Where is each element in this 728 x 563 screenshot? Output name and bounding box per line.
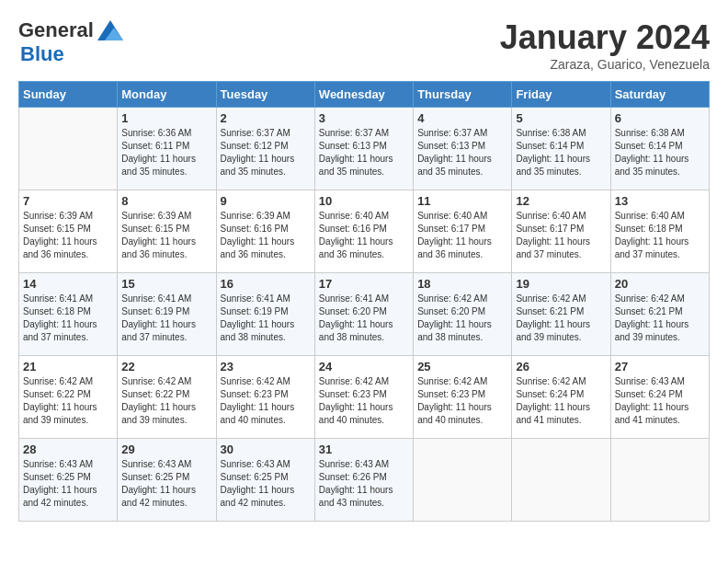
title-area: January 2024 Zaraza, Guarico, Venezuela: [500, 18, 710, 72]
day-number: 19: [516, 277, 606, 291]
day-number: 16: [221, 277, 311, 291]
day-info: Sunrise: 6:39 AMSunset: 6:15 PMDaylight:…: [121, 210, 211, 261]
calendar-cell: 5Sunrise: 6:38 AMSunset: 6:14 PMDaylight…: [512, 108, 610, 190]
day-info: Sunrise: 6:38 AMSunset: 6:14 PMDaylight:…: [516, 127, 606, 178]
calendar-cell: [610, 439, 709, 522]
day-info: Sunrise: 6:42 AMSunset: 6:23 PMDaylight:…: [319, 375, 409, 427]
day-info: Sunrise: 6:42 AMSunset: 6:22 PMDaylight:…: [121, 375, 211, 427]
calendar-cell: [19, 108, 118, 190]
day-info: Sunrise: 6:40 AMSunset: 6:17 PMDaylight:…: [516, 210, 606, 261]
day-info: Sunrise: 6:42 AMSunset: 6:20 PMDaylight:…: [417, 293, 507, 344]
calendar-cell: 18Sunrise: 6:42 AMSunset: 6:20 PMDayligh…: [414, 273, 512, 356]
calendar-cell: 21Sunrise: 6:42 AMSunset: 6:22 PMDayligh…: [19, 356, 118, 439]
weekday-header: Tuesday: [216, 82, 314, 108]
calendar-cell: [512, 439, 610, 522]
day-number: 20: [615, 277, 705, 291]
calendar-week-row: 7Sunrise: 6:39 AMSunset: 6:15 PMDaylight…: [19, 190, 710, 273]
day-number: 28: [23, 442, 113, 456]
day-info: Sunrise: 6:42 AMSunset: 6:22 PMDaylight:…: [23, 375, 113, 427]
month-title: January 2024: [500, 18, 710, 57]
calendar-cell: 30Sunrise: 6:43 AMSunset: 6:25 PMDayligh…: [216, 439, 314, 522]
day-number: 24: [319, 360, 409, 373]
logo: General Blue: [18, 18, 123, 66]
day-info: Sunrise: 6:41 AMSunset: 6:18 PMDaylight:…: [23, 293, 113, 344]
day-number: 11: [417, 194, 507, 208]
calendar-week-row: 14Sunrise: 6:41 AMSunset: 6:18 PMDayligh…: [19, 273, 710, 356]
calendar-cell: 25Sunrise: 6:42 AMSunset: 6:23 PMDayligh…: [414, 356, 512, 439]
calendar-cell: 3Sunrise: 6:37 AMSunset: 6:13 PMDaylight…: [314, 108, 413, 190]
day-number: 7: [23, 194, 113, 208]
calendar-cell: 14Sunrise: 6:41 AMSunset: 6:18 PMDayligh…: [19, 273, 118, 356]
weekday-header-row: SundayMondayTuesdayWednesdayThursdayFrid…: [19, 82, 710, 108]
day-info: Sunrise: 6:43 AMSunset: 6:25 PMDaylight:…: [23, 458, 113, 510]
day-info: Sunrise: 6:43 AMSunset: 6:24 PMDaylight:…: [615, 375, 705, 427]
day-info: Sunrise: 6:42 AMSunset: 6:23 PMDaylight:…: [417, 375, 507, 427]
day-info: Sunrise: 6:40 AMSunset: 6:16 PMDaylight:…: [319, 210, 409, 261]
logo-text-general: General: [18, 18, 94, 42]
calendar-cell: 13Sunrise: 6:40 AMSunset: 6:18 PMDayligh…: [610, 190, 709, 273]
day-info: Sunrise: 6:43 AMSunset: 6:25 PMDaylight:…: [121, 458, 211, 510]
calendar-cell: 6Sunrise: 6:38 AMSunset: 6:14 PMDaylight…: [610, 108, 709, 190]
day-number: 10: [319, 194, 409, 208]
day-info: Sunrise: 6:42 AMSunset: 6:21 PMDaylight:…: [516, 293, 606, 344]
logo-icon: [97, 20, 123, 40]
day-number: 22: [121, 360, 211, 373]
day-info: Sunrise: 6:43 AMSunset: 6:26 PMDaylight:…: [319, 458, 409, 510]
day-info: Sunrise: 6:40 AMSunset: 6:18 PMDaylight:…: [615, 210, 705, 261]
day-info: Sunrise: 6:36 AMSunset: 6:11 PMDaylight:…: [121, 127, 211, 178]
calendar-cell: 27Sunrise: 6:43 AMSunset: 6:24 PMDayligh…: [610, 356, 709, 439]
day-info: Sunrise: 6:37 AMSunset: 6:12 PMDaylight:…: [221, 127, 311, 178]
logo-text-blue: Blue: [20, 42, 64, 65]
calendar-cell: 20Sunrise: 6:42 AMSunset: 6:21 PMDayligh…: [610, 273, 709, 356]
calendar-cell: 8Sunrise: 6:39 AMSunset: 6:15 PMDaylight…: [118, 190, 216, 273]
day-info: Sunrise: 6:37 AMSunset: 6:13 PMDaylight:…: [319, 127, 409, 178]
day-number: 6: [615, 111, 705, 125]
calendar-cell: 19Sunrise: 6:42 AMSunset: 6:21 PMDayligh…: [512, 273, 610, 356]
weekday-header: Wednesday: [314, 82, 413, 108]
day-number: 3: [319, 111, 409, 125]
day-number: 8: [121, 194, 211, 208]
calendar-cell: 24Sunrise: 6:42 AMSunset: 6:23 PMDayligh…: [314, 356, 413, 439]
day-info: Sunrise: 6:43 AMSunset: 6:25 PMDaylight:…: [221, 458, 311, 510]
day-number: 12: [516, 194, 606, 208]
calendar-cell: 26Sunrise: 6:42 AMSunset: 6:24 PMDayligh…: [512, 356, 610, 439]
day-number: 23: [221, 360, 311, 373]
day-info: Sunrise: 6:41 AMSunset: 6:19 PMDaylight:…: [121, 293, 211, 344]
calendar-cell: 15Sunrise: 6:41 AMSunset: 6:19 PMDayligh…: [118, 273, 216, 356]
calendar-cell: 29Sunrise: 6:43 AMSunset: 6:25 PMDayligh…: [118, 439, 216, 522]
weekday-header: Saturday: [610, 82, 709, 108]
calendar-cell: 10Sunrise: 6:40 AMSunset: 6:16 PMDayligh…: [314, 190, 413, 273]
calendar-cell: 23Sunrise: 6:42 AMSunset: 6:23 PMDayligh…: [216, 356, 314, 439]
day-info: Sunrise: 6:39 AMSunset: 6:16 PMDaylight:…: [221, 210, 311, 261]
calendar-table: SundayMondayTuesdayWednesdayThursdayFrid…: [18, 81, 710, 522]
day-number: 30: [221, 442, 311, 456]
calendar-cell: 17Sunrise: 6:41 AMSunset: 6:20 PMDayligh…: [314, 273, 413, 356]
day-info: Sunrise: 6:41 AMSunset: 6:20 PMDaylight:…: [319, 293, 409, 344]
day-number: 26: [516, 360, 606, 373]
calendar-cell: 22Sunrise: 6:42 AMSunset: 6:22 PMDayligh…: [118, 356, 216, 439]
calendar-cell: 2Sunrise: 6:37 AMSunset: 6:12 PMDaylight…: [216, 108, 314, 190]
day-number: 31: [319, 442, 409, 456]
day-number: 5: [516, 111, 606, 125]
day-number: 21: [23, 360, 113, 373]
day-number: 14: [23, 277, 113, 291]
day-number: 9: [221, 194, 311, 208]
day-number: 1: [121, 111, 211, 125]
day-number: 27: [615, 360, 705, 373]
day-info: Sunrise: 6:37 AMSunset: 6:13 PMDaylight:…: [417, 127, 507, 178]
weekday-header: Thursday: [414, 82, 512, 108]
calendar-cell: 12Sunrise: 6:40 AMSunset: 6:17 PMDayligh…: [512, 190, 610, 273]
calendar-week-row: 1Sunrise: 6:36 AMSunset: 6:11 PMDaylight…: [19, 108, 710, 190]
day-info: Sunrise: 6:42 AMSunset: 6:21 PMDaylight:…: [615, 293, 705, 344]
day-info: Sunrise: 6:42 AMSunset: 6:23 PMDaylight:…: [221, 375, 311, 427]
day-number: 25: [417, 360, 507, 373]
weekday-header: Friday: [512, 82, 610, 108]
day-number: 17: [319, 277, 409, 291]
calendar-week-row: 21Sunrise: 6:42 AMSunset: 6:22 PMDayligh…: [19, 356, 710, 439]
day-info: Sunrise: 6:41 AMSunset: 6:19 PMDaylight:…: [221, 293, 311, 344]
day-info: Sunrise: 6:39 AMSunset: 6:15 PMDaylight:…: [23, 210, 113, 261]
calendar-cell: 16Sunrise: 6:41 AMSunset: 6:19 PMDayligh…: [216, 273, 314, 356]
calendar-cell: [414, 439, 512, 522]
day-number: 29: [121, 442, 211, 456]
calendar-cell: 1Sunrise: 6:36 AMSunset: 6:11 PMDaylight…: [118, 108, 216, 190]
